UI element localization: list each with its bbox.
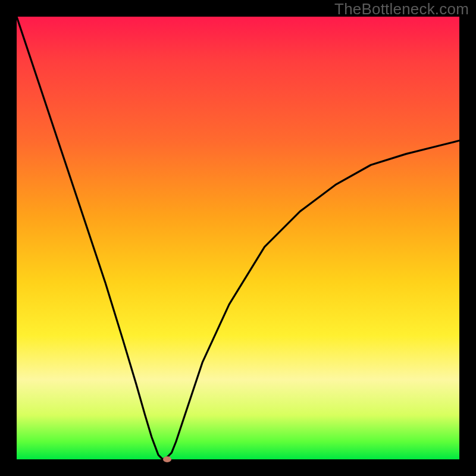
optimal-point-marker: [163, 456, 171, 462]
curve-path: [17, 17, 459, 459]
chart-frame: TheBottleneck.com: [0, 0, 476, 476]
plot-area: [17, 17, 459, 459]
bottleneck-curve: [17, 17, 459, 459]
watermark-text: TheBottleneck.com: [334, 0, 469, 18]
plot-border: [17, 17, 459, 459]
